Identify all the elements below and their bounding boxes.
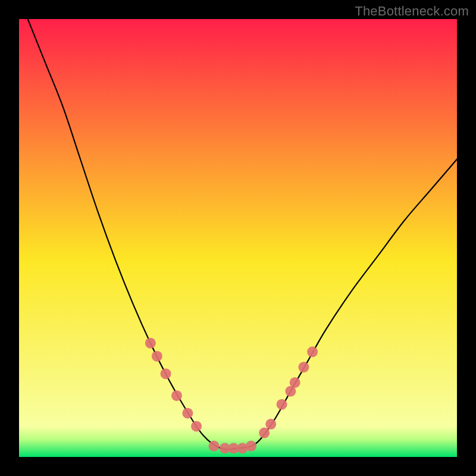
marker-dot <box>161 368 171 379</box>
marker-dot <box>191 421 202 431</box>
plot-area <box>19 19 457 457</box>
marker-dot <box>246 441 256 452</box>
chart-svg <box>19 19 457 457</box>
marker-dot <box>265 419 276 430</box>
marker-dot <box>152 351 162 362</box>
chart-stage: TheBottleneck.com <box>0 0 476 476</box>
marker-dot <box>145 338 156 349</box>
marker-dot <box>298 362 309 372</box>
marker-dot <box>259 428 270 439</box>
marker-dot <box>290 377 300 388</box>
marker-dot <box>277 399 287 410</box>
marker-dot <box>171 390 182 401</box>
marker-dot <box>182 408 193 418</box>
marker-dot <box>307 346 318 357</box>
marker-dot <box>209 441 220 452</box>
watermark: TheBottleneck.com <box>355 4 469 19</box>
